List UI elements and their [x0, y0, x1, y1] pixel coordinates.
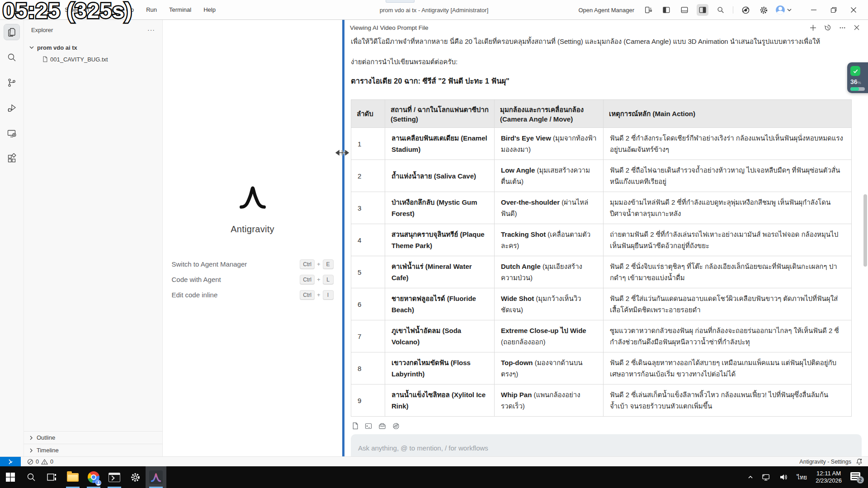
taskbar-search-icon[interactable]: [21, 466, 42, 488]
antivirus-widget[interactable]: 36%: [847, 62, 868, 93]
cell-order: 7: [351, 320, 385, 352]
menu-item-terminal[interactable]: Terminal: [169, 6, 191, 13]
timeline-section[interactable]: Timeline: [24, 444, 162, 456]
panel-scrollbar[interactable]: [863, 194, 867, 267]
chevron-right-icon: [28, 435, 34, 441]
source-control-icon[interactable]: [4, 75, 19, 90]
terminal-icon[interactable]: [365, 422, 372, 430]
task-view-icon[interactable]: [42, 466, 62, 488]
cell-camera: Over-the-shoulder (ผ่านไหล่ฟันดี): [495, 192, 604, 224]
history-icon[interactable]: [824, 24, 831, 31]
chat-input-box[interactable]: Ask anything, @ to mention, / for workfl…: [351, 434, 862, 456]
user-avatar[interactable]: [776, 5, 785, 14]
shortcut-list: Switch to Agent Manager Ctrl+E Code with…: [172, 259, 334, 300]
key-ctrl: Ctrl: [300, 259, 315, 269]
titlebar-divider: [733, 6, 733, 14]
cell-setting: ถ้ำแห่งน้ำลาย (Saliva Cave): [385, 160, 495, 192]
table-row: 7ภูเขาไฟน้ำอัดลม (Soda Volcano)Extreme C…: [351, 320, 852, 352]
error-count: 0: [36, 459, 39, 465]
key-letter: E: [323, 259, 334, 269]
sidebar-title: Explorer: [31, 27, 53, 33]
chevron-right-icon: [28, 448, 34, 453]
search-icon[interactable]: [715, 4, 726, 16]
chrome-profile-badge: [95, 480, 101, 486]
start-button[interactable]: [0, 466, 21, 488]
widget-slider[interactable]: [850, 87, 865, 91]
tree-file-row[interactable]: 001_CAVITY_BUG.txt: [24, 53, 162, 65]
clock[interactable]: 12:11 AM 2/23/2026: [812, 466, 845, 488]
open-agent-manager-button[interactable]: Open Agent Manager: [578, 7, 634, 14]
remote-indicator[interactable]: [0, 457, 21, 466]
toggle-bottom-panel-icon[interactable]: [679, 4, 690, 16]
toggle-right-panel-icon[interactable]: [697, 4, 708, 16]
explorer-sidebar: Explorer ··· prom vdo ai tx 001_CAVITY_B…: [24, 20, 163, 456]
cell-action: ฟันดี 2 ซี่ใส่แว่นกันแดดนอนอาบแดดโชว์ผิว…: [604, 288, 852, 320]
shortcut-label: Code with Agent: [172, 276, 221, 283]
time-label: 12:11 AM: [816, 470, 841, 477]
more-options-icon[interactable]: [839, 24, 846, 31]
table-row: 4สวนสนุกคราบจุลินทรีย์ (Plaque Theme Par…: [351, 224, 852, 256]
browser-icon[interactable]: [392, 422, 400, 430]
settings-taskbar-icon[interactable]: [125, 466, 146, 488]
gear-icon[interactable]: [758, 4, 769, 16]
minimize-button[interactable]: [804, 0, 824, 20]
shortcut-label: Switch to Agent Manager: [172, 260, 247, 268]
cell-setting: ป่าเหงือกลึกลับ (Mystic Gum Forest): [385, 192, 495, 224]
cell-setting: สวนสนุกคราบจุลินทรีย์ (Plaque Theme Park…: [385, 224, 495, 256]
close-panel-icon[interactable]: [854, 24, 860, 31]
file-explorer-taskbar-icon[interactable]: [62, 466, 83, 488]
shortcut-row: Switch to Agent Manager Ctrl+E: [172, 259, 334, 269]
account-menu[interactable]: [776, 5, 792, 14]
menu-item-help[interactable]: Help: [203, 6, 216, 13]
remote-explorer-icon[interactable]: [4, 126, 19, 141]
chrome-taskbar-icon[interactable]: [83, 466, 104, 488]
file-name: 001_CAVITY_BUG.txt: [50, 56, 108, 63]
cell-camera: Extreme Close-up ไป Wide (ถอยกล้องออก): [495, 320, 604, 352]
action-center-icon[interactable]: 2: [847, 466, 865, 488]
outline-label: Outline: [37, 434, 55, 441]
chevron-down-icon: [787, 7, 792, 13]
customize-layout-icon[interactable]: [642, 4, 654, 16]
menu-item-run[interactable]: Run: [146, 6, 157, 13]
search-view-icon[interactable]: [4, 50, 19, 65]
file-icon[interactable]: [352, 422, 359, 430]
new-conversation-icon[interactable]: [810, 24, 816, 31]
tree-folder-row[interactable]: prom vdo ai tx: [24, 42, 162, 53]
run-debug-icon[interactable]: [4, 100, 19, 116]
cell-order: 6: [351, 288, 385, 320]
warnings-icon: [41, 459, 48, 465]
problems-indicator[interactable]: 0 0: [27, 459, 53, 465]
terminal-taskbar-icon[interactable]: [104, 466, 125, 488]
key-ctrl: Ctrl: [300, 290, 315, 300]
browser-icon[interactable]: [740, 4, 751, 16]
volume-icon[interactable]: [776, 466, 792, 488]
restore-button[interactable]: [824, 0, 844, 20]
cell-camera: Whip Pan (แพนกล้องอย่างรวดเร็ว): [495, 385, 604, 417]
intro-paragraph: เพื่อให้วิดีโอมีภาพจำที่หลากหลาย นี่คือ …: [351, 36, 861, 67]
notification-badge: 2: [857, 476, 864, 483]
cell-setting: คาเฟ่น้ำแร่ (Mineral Water Cafe): [385, 256, 495, 288]
archive-icon[interactable]: [378, 422, 386, 430]
toggle-left-panel-icon[interactable]: [660, 4, 672, 16]
plus-separator: +: [317, 291, 321, 298]
window-title: prom vdo ai tx - Antigravity [Administra…: [380, 0, 489, 20]
network-icon[interactable]: [759, 466, 774, 488]
table-row: 2ถ้ำแห่งน้ำลาย (Saliva Cave)Low Angle (ม…: [351, 160, 852, 192]
cell-action: ซูมแววตาหวาดกลัวของฟันผุ ก่อนที่กล้องจะถ…: [604, 320, 852, 352]
antigravity-taskbar-icon[interactable]: [146, 466, 166, 488]
intro-line-1: เพื่อให้วิดีโอมีภาพจำที่หลากหลาย นี่คือ …: [351, 36, 861, 47]
table-row: 6ชายหาดฟลูออไรด์ (Fluoride Beach)Wide Sh…: [351, 288, 852, 320]
cell-camera: Low Angle (มุมเสยสร้างความตื่นเต้น): [495, 160, 604, 192]
table-row: 8เขาวงกตไหมขัดฟัน (Floss Labyrinth)Top-d…: [351, 352, 852, 385]
table-header-row: ลำดับ สถานที่ / ฉากในโลกแฟนตาซีปาก (Sett…: [351, 100, 852, 128]
antigravity-logo: [240, 183, 266, 211]
explorer-icon[interactable]: [4, 24, 19, 40]
extensions-icon[interactable]: [4, 151, 19, 166]
tray-chevron-up-icon[interactable]: [744, 466, 757, 488]
settings-status-label[interactable]: Antigravity - Settings: [799, 459, 851, 465]
outline-section[interactable]: Outline: [24, 431, 162, 444]
more-actions-icon[interactable]: ···: [147, 26, 155, 33]
language-indicator[interactable]: ไทย: [793, 466, 810, 488]
notifications-bell-icon[interactable]: [856, 458, 863, 465]
close-button[interactable]: [844, 0, 863, 20]
